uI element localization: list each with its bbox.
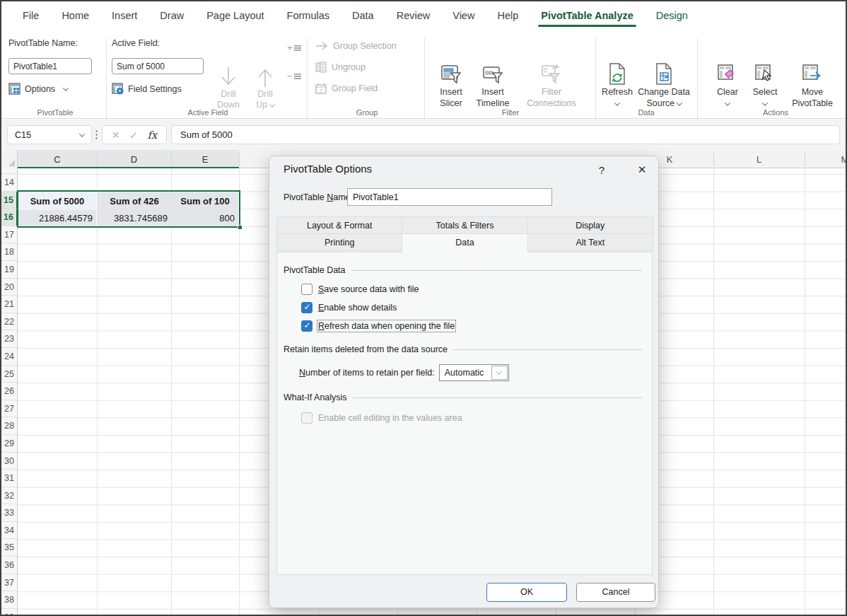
- close-icon[interactable]: ✕: [631, 161, 653, 179]
- row-header[interactable]: 20: [1, 279, 17, 296]
- cell-e15[interactable]: Sum of 100: [172, 192, 238, 210]
- row-header[interactable]: 23: [1, 330, 17, 348]
- cell-c16[interactable]: 21886.44579: [18, 210, 96, 228]
- row-header[interactable]: 32: [1, 487, 17, 505]
- insert-slicer-button[interactable]: InsertSlicer: [434, 62, 468, 109]
- filter-connections-button[interactable]: FilterConnections: [518, 62, 585, 109]
- row-header[interactable]: 22: [1, 313, 17, 331]
- tab-design[interactable]: Design: [645, 1, 699, 30]
- column-header-k[interactable]: K: [659, 150, 680, 168]
- row-header[interactable]: 38: [1, 591, 17, 609]
- cell-d15[interactable]: Sum of 426: [98, 192, 171, 210]
- expand-field-button[interactable]: +: [287, 42, 301, 53]
- fill-handle[interactable]: [238, 225, 243, 230]
- column-header-l[interactable]: L: [713, 150, 805, 168]
- row-header[interactable]: 24: [1, 348, 17, 366]
- tab-home[interactable]: Home: [50, 1, 100, 30]
- collapse-field-button[interactable]: −: [287, 71, 301, 81]
- help-button[interactable]: ?: [593, 162, 610, 179]
- pivottable-name-input[interactable]: [8, 58, 92, 74]
- row-header[interactable]: 18: [1, 243, 17, 261]
- options-button[interactable]: Options: [8, 83, 68, 95]
- tab-data[interactable]: Data: [402, 233, 527, 252]
- column-header-m[interactable]: M: [833, 150, 847, 168]
- change-data-source-button[interactable]: Change DataSource: [635, 62, 693, 109]
- save-source-data-label[interactable]: Save source data with file: [318, 284, 419, 294]
- retain-items-dropdown[interactable]: Automatic: [439, 364, 509, 381]
- group-selection-button[interactable]: Group Selection: [315, 37, 397, 55]
- move-pivottable-button[interactable]: MovePivotTable: [785, 62, 840, 109]
- tab-formulas[interactable]: Formulas: [276, 1, 341, 30]
- field-settings-button[interactable]: Field Settings: [112, 83, 182, 95]
- clear-button[interactable]: Clear: [711, 62, 744, 109]
- row-header[interactable]: 35: [1, 539, 17, 557]
- row-header[interactable]: 14: [1, 174, 17, 192]
- row-header[interactable]: 28: [1, 417, 17, 435]
- dialog-pivottable-name-input[interactable]: PivotTable1: [347, 188, 552, 206]
- column-header-d[interactable]: D: [97, 150, 171, 168]
- row-header[interactable]: 25: [1, 366, 17, 383]
- insert-timeline-button[interactable]: InsertTimeline: [471, 62, 515, 109]
- row-header[interactable]: 26: [1, 383, 17, 400]
- drill-down-button[interactable]: DrillDown: [212, 65, 245, 110]
- refresh-on-open-label[interactable]: Refresh data when opening the file: [318, 321, 455, 331]
- column-header-c[interactable]: C: [18, 150, 97, 168]
- row-header[interactable]: 37: [1, 574, 17, 592]
- cancel-button[interactable]: Cancel: [576, 583, 655, 602]
- tab-pivottable-analyze[interactable]: PivotTable Analyze: [530, 1, 645, 30]
- row-header[interactable]: 13: [1, 168, 17, 174]
- tab-alt-text[interactable]: Alt Text: [527, 233, 653, 251]
- row-header[interactable]: 33: [1, 504, 17, 522]
- chevron-down-icon[interactable]: [79, 131, 85, 136]
- row-header[interactable]: 39: [1, 609, 17, 615]
- dropdown-button[interactable]: [491, 366, 508, 380]
- ungroup-button[interactable]: Ungroup: [315, 58, 366, 76]
- group-divider: [595, 38, 596, 122]
- enable-show-details-checkbox[interactable]: [301, 302, 312, 313]
- row-header[interactable]: 30: [1, 453, 17, 470]
- tab-help[interactable]: Help: [486, 1, 530, 30]
- row-header[interactable]: 36: [1, 557, 17, 574]
- tab-display[interactable]: Display: [527, 216, 653, 234]
- ok-button[interactable]: OK: [486, 583, 567, 602]
- tab-view[interactable]: View: [441, 1, 486, 30]
- insert-function-icon[interactable]: fx: [148, 129, 158, 141]
- select-button[interactable]: Select: [748, 62, 782, 109]
- tab-data[interactable]: Data: [341, 1, 385, 30]
- cell-e16[interactable]: 800: [172, 210, 238, 228]
- group-field-button[interactable]: 7 Group Field: [315, 79, 378, 98]
- row-header[interactable]: 21: [1, 296, 17, 313]
- row-header[interactable]: 17: [1, 226, 17, 244]
- active-field-input[interactable]: [112, 58, 204, 74]
- row-header[interactable]: 27: [1, 400, 17, 418]
- tab-layout-format[interactable]: Layout & Format: [276, 216, 402, 234]
- enter-formula-icon[interactable]: ✓: [129, 129, 138, 141]
- tab-totals-filters[interactable]: Totals & Filters: [402, 216, 527, 234]
- save-source-data-checkbox[interactable]: [301, 284, 312, 295]
- row-header[interactable]: 19: [1, 261, 17, 279]
- name-box[interactable]: C15: [7, 125, 92, 144]
- tab-review[interactable]: Review: [385, 1, 442, 30]
- cell-c15[interactable]: Sum of 5000: [18, 192, 96, 210]
- refresh-button[interactable]: Refresh: [600, 62, 635, 109]
- cancel-formula-icon[interactable]: ✕: [112, 129, 120, 141]
- enable-show-details-label[interactable]: Enable show details: [318, 303, 397, 313]
- row-header[interactable]: 16: [1, 209, 18, 226]
- cell-d16[interactable]: 3831.745689: [98, 210, 171, 228]
- refresh-on-open-checkbox[interactable]: [301, 320, 312, 332]
- tab-insert[interactable]: Insert: [100, 1, 148, 30]
- row-header[interactable]: 29: [1, 435, 17, 453]
- row-header[interactable]: 34: [1, 522, 17, 540]
- grip-handle-icon[interactable]: [95, 129, 98, 141]
- formula-input[interactable]: Sum of 5000: [171, 125, 840, 144]
- tab-page-layout[interactable]: Page Layout: [195, 1, 275, 30]
- tab-printing[interactable]: Printing: [276, 233, 402, 251]
- svg-text:7: 7: [320, 88, 323, 94]
- column-header-e[interactable]: E: [171, 150, 239, 168]
- drill-up-button[interactable]: DrillUp: [249, 65, 281, 110]
- row-header[interactable]: 31: [1, 470, 17, 487]
- tab-file[interactable]: File: [11, 1, 50, 30]
- row-header[interactable]: 15: [1, 192, 18, 209]
- select-all-corner[interactable]: [1, 150, 18, 168]
- tab-draw[interactable]: Draw: [148, 1, 195, 30]
